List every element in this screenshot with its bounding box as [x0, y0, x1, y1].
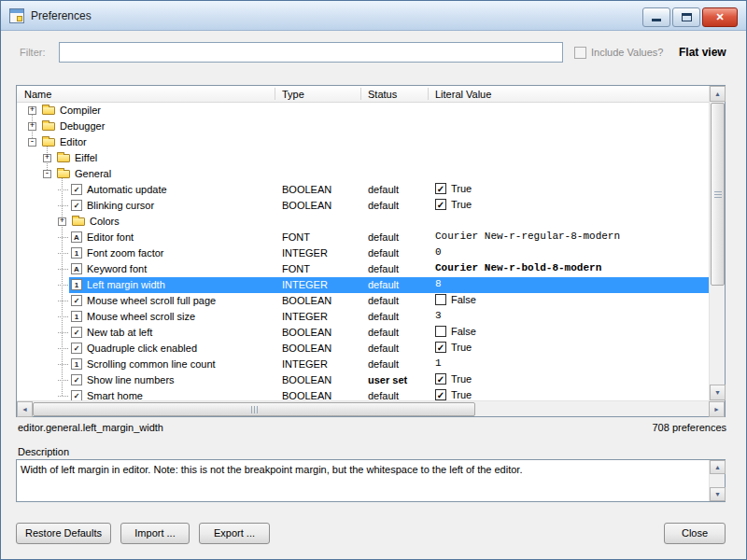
- tree-row-automatic-update[interactable]: ✓Automatic updateBOOLEANdefault✓True: [17, 182, 709, 198]
- restore-defaults-button[interactable]: Restore Defaults: [16, 523, 111, 544]
- column-header-status[interactable]: Status: [368, 89, 397, 100]
- value-text: True: [451, 183, 472, 194]
- close-window-button[interactable]: ✕: [702, 7, 738, 27]
- preference-status: default: [368, 327, 399, 338]
- collapse-toggle-icon[interactable]: -: [43, 170, 51, 178]
- tree-node-label: Compiler: [60, 105, 101, 116]
- scroll-up-button[interactable]: ▲: [710, 86, 726, 102]
- value-checkbox[interactable]: ✓: [435, 183, 446, 194]
- minimize-button[interactable]: [642, 7, 670, 27]
- preference-status: default: [368, 279, 399, 290]
- tree-row-left-margin-width[interactable]: 1Left margin widthINTEGERdefault8: [17, 277, 709, 293]
- expand-toggle-icon[interactable]: +: [58, 217, 66, 226]
- selected-preference-path: editor.general.left_margin_width: [18, 422, 163, 433]
- tree-row-font-zoom-factor[interactable]: 1Font zoom factorINTEGERdefault0: [17, 245, 709, 261]
- value-text: True: [451, 199, 472, 210]
- close-button[interactable]: Close: [664, 523, 726, 544]
- column-header-literal-value[interactable]: Literal Value: [435, 89, 491, 100]
- minimize-icon: [652, 19, 661, 21]
- preference-status: default: [368, 343, 399, 354]
- scroll-down-button[interactable]: ▼: [710, 487, 726, 501]
- preference-name: Keyword font: [87, 263, 147, 274]
- tree-row-mouse-wheel-scroll-size[interactable]: 1Mouse wheel scroll sizeINTEGERdefault3: [17, 309, 709, 325]
- collapse-toggle-icon[interactable]: -: [28, 138, 36, 147]
- preference-type: INTEGER: [282, 279, 328, 290]
- scroll-grip: [251, 406, 258, 413]
- value-text: 1: [435, 357, 442, 369]
- expand-toggle-icon[interactable]: +: [28, 122, 36, 131]
- column-separator[interactable]: [275, 88, 275, 100]
- preference-name: Blinking cursor: [87, 200, 154, 211]
- description-scrollbar[interactable]: ▲ ▼: [709, 460, 725, 501]
- include-values-label: Include Values?: [591, 47, 663, 58]
- export-button[interactable]: Export ...: [199, 523, 270, 544]
- preference-status: default: [368, 358, 399, 370]
- column-header-name[interactable]: Name: [24, 89, 51, 100]
- tree-row-general[interactable]: -General: [17, 166, 709, 182]
- preference-name: New tab at left: [87, 327, 152, 338]
- maximize-icon: [682, 13, 692, 21]
- tree-row-editor[interactable]: -Editor: [17, 134, 709, 150]
- tree-connector-stub: [58, 380, 68, 381]
- value-checkbox[interactable]: ✓: [435, 373, 446, 385]
- filter-label: Filter:: [20, 47, 46, 58]
- expand-toggle-icon[interactable]: +: [28, 106, 36, 115]
- tree-row-scrolling-common-line-count[interactable]: 1Scrolling common line countINTEGERdefau…: [17, 357, 709, 372]
- tree-row-new-tab-at-left[interactable]: ✓New tab at leftBOOLEANdefaultFalse: [17, 325, 709, 341]
- maximize-button[interactable]: [672, 7, 700, 27]
- preference-type: INTEGER: [282, 247, 328, 259]
- tree-vertical-scrollbar[interactable]: ▲ ▼: [709, 86, 725, 400]
- scroll-up-button[interactable]: ▲: [710, 460, 726, 474]
- tree-row-smart-home[interactable]: ✓Smart homeBOOLEANdefault✓True: [17, 388, 709, 400]
- tree-connector-stub: [58, 253, 68, 254]
- include-values-checkbox[interactable]: [574, 47, 586, 59]
- tree-row-editor-font[interactable]: AEditor fontFONTdefaultCourier New-r-reg…: [17, 230, 709, 245]
- tree-connector-stub: [58, 396, 68, 397]
- tree-connector-stub: [58, 348, 68, 349]
- value-checkbox[interactable]: [435, 294, 446, 305]
- app-icon: [9, 8, 24, 23]
- expand-toggle-icon[interactable]: +: [43, 154, 51, 162]
- tree-row-quadruple-click-enabled[interactable]: ✓Quadruple click enabledBOOLEANdefault✓T…: [17, 341, 709, 357]
- preference-status: default: [368, 263, 399, 274]
- tree-row-eiffel[interactable]: +Eiffel: [17, 150, 709, 166]
- flat-view-toggle[interactable]: Flat view: [679, 46, 726, 59]
- scroll-down-button[interactable]: ▼: [710, 385, 726, 400]
- horizontal-scroll-thumb[interactable]: [33, 402, 475, 416]
- tree-connector-stub: [58, 285, 68, 286]
- value-checkbox[interactable]: ✓: [435, 389, 446, 400]
- column-separator[interactable]: [360, 88, 361, 100]
- vertical-scroll-thumb[interactable]: [711, 103, 725, 286]
- titlebar[interactable]: Preferences ✕: [1, 1, 746, 31]
- column-separator[interactable]: [428, 88, 429, 100]
- tree-row-keyword-font[interactable]: AKeyword fontFONTdefaultCourier New-r-bo…: [17, 261, 709, 277]
- value-text: Courier New-r-bold-8-modern: [435, 262, 601, 273]
- value-checkbox[interactable]: [435, 326, 446, 337]
- preference-value: 3: [435, 310, 442, 321]
- value-checkbox[interactable]: ✓: [435, 199, 446, 210]
- tree-row-colors[interactable]: +Colors: [17, 214, 709, 230]
- tree-row-show-line-numbers[interactable]: ✓Show line numbersBOOLEANuser set✓True: [17, 372, 709, 388]
- import-button[interactable]: Import ...: [120, 523, 190, 544]
- tree-row-debugger[interactable]: +Debugger: [17, 119, 709, 134]
- value-text: 0: [435, 246, 442, 258]
- preference-status: default: [368, 311, 399, 322]
- scroll-left-button[interactable]: ◄: [17, 401, 33, 417]
- boolean-pref-icon: ✓: [71, 184, 82, 195]
- boolean-pref-icon: ✓: [71, 343, 82, 354]
- scroll-right-button[interactable]: ►: [709, 401, 725, 417]
- filter-input[interactable]: [59, 42, 563, 63]
- preference-status: default: [368, 200, 399, 211]
- boolean-pref-icon: ✓: [71, 200, 82, 211]
- tree-connector-stub: [58, 316, 68, 317]
- folder-icon: [57, 154, 70, 162]
- column-header-type[interactable]: Type: [282, 89, 304, 100]
- value-checkbox[interactable]: ✓: [435, 342, 446, 353]
- preference-value: Courier New-r-bold-8-modern: [435, 262, 601, 273]
- tree-row-blinking-cursor[interactable]: ✓Blinking cursorBOOLEANdefault✓True: [17, 198, 709, 214]
- tree-horizontal-scrollbar[interactable]: ◄ ►: [17, 400, 725, 416]
- tree-row-compiler[interactable]: +Compiler: [17, 103, 709, 119]
- tree-row-mouse-wheel-scroll-full-page[interactable]: ✓Mouse wheel scroll full pageBOOLEANdefa…: [17, 293, 709, 309]
- preference-value: 8: [435, 278, 442, 289]
- preference-type: BOOLEAN: [282, 343, 331, 354]
